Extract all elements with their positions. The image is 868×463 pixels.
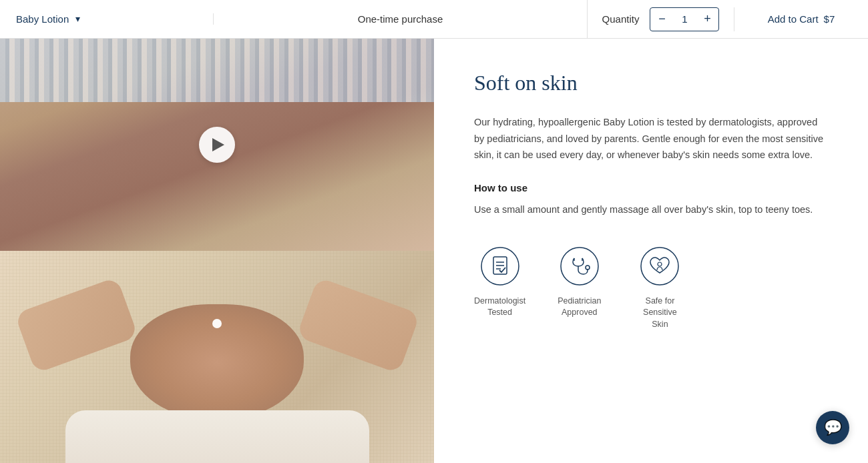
- chat-icon: 💬: [824, 419, 842, 436]
- baby-image-block: [0, 251, 434, 463]
- quantity-label: Quantity: [602, 13, 640, 25]
- pediatrician-icon: [558, 245, 601, 288]
- purchase-type-label[interactable]: One-time purchase: [358, 13, 443, 25]
- badge-pediatrician-label: PediatricianApproved: [558, 296, 601, 319]
- how-to-use-body: Use a small amount and gently massage al…: [474, 201, 828, 218]
- chat-button[interactable]: 💬: [816, 411, 849, 444]
- add-to-cart-button[interactable]: Add to Cart: [768, 13, 819, 25]
- section-title: Soft on skin: [474, 71, 828, 95]
- how-to-use-title: How to use: [474, 182, 828, 193]
- play-triangle-icon: [212, 138, 224, 151]
- quantity-value: 1: [673, 8, 696, 31]
- top-bar: Baby Lotion ▾ One-time purchase Quantity…: [0, 0, 868, 39]
- dermatologist-icon: [479, 245, 521, 288]
- chevron-down-icon[interactable]: ▾: [75, 13, 80, 25]
- sensitive-skin-icon: [638, 245, 681, 288]
- text-column: Soft on skin Our hydrating, hypoallergen…: [434, 39, 868, 463]
- quantity-control: − 1 +: [650, 7, 719, 31]
- product-name-section: Baby Lotion ▾: [0, 13, 214, 25]
- add-to-cart-section: Add to Cart $7: [734, 13, 868, 25]
- product-name[interactable]: Baby Lotion: [16, 13, 69, 25]
- svg-point-0: [481, 248, 519, 285]
- quantity-increase-button[interactable]: +: [696, 8, 718, 31]
- section-body: Our hydrating, hypoallergenic Baby Lotio…: [474, 114, 828, 163]
- quantity-decrease-button[interactable]: −: [650, 8, 673, 31]
- badge-pediatrician: PediatricianApproved: [558, 245, 601, 319]
- badge-dermatologist-label: DermatologistTested: [474, 296, 525, 319]
- badge-sensitive-label: Safe for SensitiveSkin: [633, 296, 686, 331]
- badge-dermatologist: DermatologistTested: [474, 245, 525, 319]
- main-content: Soft on skin Our hydrating, hypoallergen…: [0, 39, 868, 463]
- price-label: $7: [824, 13, 835, 25]
- images-column: [0, 39, 434, 463]
- quantity-section: Quantity − 1 +: [588, 7, 734, 31]
- badges-row: DermatologistTested PediatricianApproved: [474, 245, 828, 331]
- play-button[interactable]: [199, 127, 235, 163]
- svg-point-10: [658, 262, 662, 266]
- badge-sensitive: Safe for SensitiveSkin: [633, 245, 686, 331]
- purchase-type-section: One-time purchase: [214, 0, 588, 38]
- video-image-block: [0, 39, 434, 251]
